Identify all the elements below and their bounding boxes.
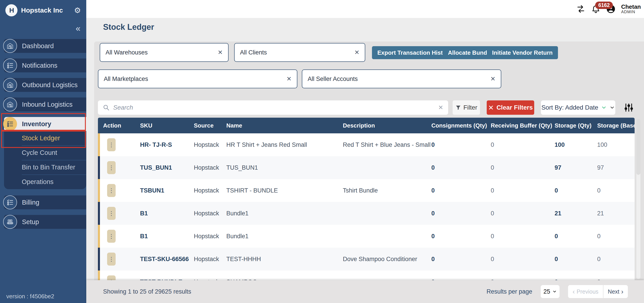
previous-label: Previous [576,288,598,295]
previous-page-button[interactable]: ‹ Previous [568,285,603,298]
submenu-item-label: Bin to Bin Transfer [22,164,75,171]
submenu-item-stock-ledger[interactable]: Stock Ledger [4,131,86,146]
cell-storage-qty[interactable]: 21 [554,202,597,225]
clear-filters-button[interactable]: ✕ Clear Filters [487,100,534,115]
cell-sku[interactable]: HR- TJ-R-S [140,133,194,156]
cell-sku[interactable]: B1 [140,225,194,248]
warehouse-icon [3,78,17,92]
notifications-bell-icon[interactable]: 6162 [591,4,600,14]
submenu-item-bin-to-bin-transfer[interactable]: Bin to Bin Transfer [4,160,86,174]
row-actions-kebab-button[interactable]: ⋮ [107,252,116,266]
sort-dropdown-chevron-icon[interactable] [610,105,615,110]
cell-storage-qty[interactable]: 0 [554,225,597,248]
column-settings-sliders-icon[interactable] [624,101,634,114]
marketplaces-select[interactable]: All Marketplaces ✕ [98,70,297,88]
cell-sku[interactable]: TEST-BUNDLE [140,270,194,280]
seller-accounts-select[interactable]: All Seller Accounts ✕ [302,70,501,88]
sidebar-item-outbound-logistics[interactable]: Outbound Logistics [4,78,86,92]
cell-consignments[interactable]: 0 [431,179,491,202]
column-header-receiving-buffer-qty: Receiving Buffer (Qty) [491,118,554,133]
clients-select[interactable]: All Clients ✕ [234,43,365,62]
cell-consignments[interactable]: 0 [431,156,491,179]
row-actions-kebab-button[interactable]: ⋮ [107,138,116,151]
row-actions-kebab-button[interactable]: ⋮ [107,184,116,197]
next-page-button[interactable]: Next › [603,285,628,298]
sidebar-item-inventory[interactable]: Inventory [4,117,86,131]
cell-action: ⋮ [103,179,140,202]
checklist-icon [3,58,17,72]
table-row: ⋮TUS_BUN1HopstackTUS_BUN1009797 [98,156,634,179]
gear-icon[interactable]: ⚙ [74,6,81,14]
sidebar-item-dashboard[interactable]: Dashboard [4,39,86,53]
pager: ‹ Previous Next › [568,285,628,298]
sort-direction-chevron-icon[interactable] [601,105,607,110]
warehouse-icon [3,98,17,112]
cell-storage-qty[interactable]: 97 [554,156,597,179]
cell-receiving-buffer: 0 [491,202,554,225]
row-actions-kebab-button[interactable]: ⋮ [107,276,116,280]
page-size-select[interactable]: 25 [541,285,560,298]
row-actions-kebab-button[interactable]: ⋮ [107,230,116,243]
submenu-item-cycle-count[interactable]: Cycle Count [4,146,86,160]
sidebar-item-billing[interactable]: Billing [4,196,86,209]
column-header-name: Name [226,118,343,133]
warehouse-icon [3,39,17,53]
swap-arrows-icon[interactable] [576,4,585,14]
cell-consignments[interactable]: 0 [431,202,491,225]
checklist-icon [3,196,17,209]
table-row: ⋮B1HopstackBundle1002121 [98,202,634,225]
row-status-stripe [98,179,100,202]
cell-name: TUS_BUN1 [226,156,343,179]
cell-description [343,202,431,225]
cell-sku[interactable]: TUS_BUN1 [140,156,194,179]
clear-seller-accounts-icon[interactable]: ✕ [490,75,496,82]
cell-sku[interactable]: TSBUN1 [140,179,194,202]
column-header-source: Source [194,118,226,133]
cell-storage-qty[interactable]: 0 [554,179,597,202]
cell-receiving-buffer: 0 [491,270,554,280]
sidebar-item-setup[interactable]: Setup [4,215,86,229]
cell-consignments[interactable]: 0 [431,270,491,280]
column-header-storage-base-units: Storage (Base Units) [597,118,634,133]
cell-action: ⋮ [103,225,140,248]
cell-storage-qty[interactable]: 0 [554,270,597,280]
cell-consignments[interactable]: 0 [431,225,491,248]
user-block[interactable]: Chetan ADMIN [621,4,642,14]
row-status-stripe [98,225,100,248]
sidebar-item-label: Setup [22,218,39,226]
clear-marketplaces-icon[interactable]: ✕ [286,75,292,82]
search-input[interactable] [113,104,438,112]
warehouses-select-value: All Warehouses [106,49,148,56]
collapse-row: « [0,20,86,36]
table-header-row: ActionSKUSourceNameDescriptionConsignmen… [98,118,634,133]
column-header-action: Action [103,118,140,133]
collapse-sidebar-icon[interactable]: « [76,24,80,33]
clear-warehouses-icon[interactable]: ✕ [218,49,223,56]
cell-sku[interactable]: TEST-SKU-66566 [140,248,194,270]
cell-consignments[interactable]: 0 [431,248,491,270]
filter-button[interactable]: Filter [453,100,480,115]
submenu-item-operations[interactable]: Operations [4,174,86,189]
clear-search-icon[interactable]: ✕ [438,104,443,111]
table-scrollbar-thumb[interactable] [636,119,640,175]
clear-clients-icon[interactable]: ✕ [354,49,360,56]
sort-by-select[interactable]: Sort By: Added Date [541,100,615,115]
row-actions-kebab-button[interactable]: ⋮ [107,207,116,220]
sidebar-nav: DashboardNotificationsOutbound Logistics… [0,39,86,229]
cell-description: Red T Shirt + Blue Jeans - Small [343,133,431,156]
cell-source: Hopstack [194,270,226,280]
warehouses-select[interactable]: All Warehouses ✕ [100,43,228,62]
cell-storage-qty[interactable]: 100 [554,133,597,156]
table-scrollbar[interactable] [636,119,640,279]
cell-storage-qty[interactable]: 0 [554,248,597,270]
table-row: ⋮B1HopstackBundle10000 [98,225,634,248]
sidebar-item-inbound-logistics[interactable]: Inbound Logistics [4,98,86,112]
row-actions-kebab-button[interactable]: ⋮ [107,161,116,174]
initiate-vendor-return-button[interactable]: Initiate Vendor Return [487,46,558,59]
cell-consignments[interactable]: 0 [431,133,491,156]
cell-source: Hopstack [194,225,226,248]
cell-sku[interactable]: B1 [140,202,194,225]
user-name: Chetan [621,4,641,10]
pagination-footer: Showing 1 to 25 of 29625 results Results… [86,280,644,303]
sidebar-item-notifications[interactable]: Notifications [4,58,86,72]
